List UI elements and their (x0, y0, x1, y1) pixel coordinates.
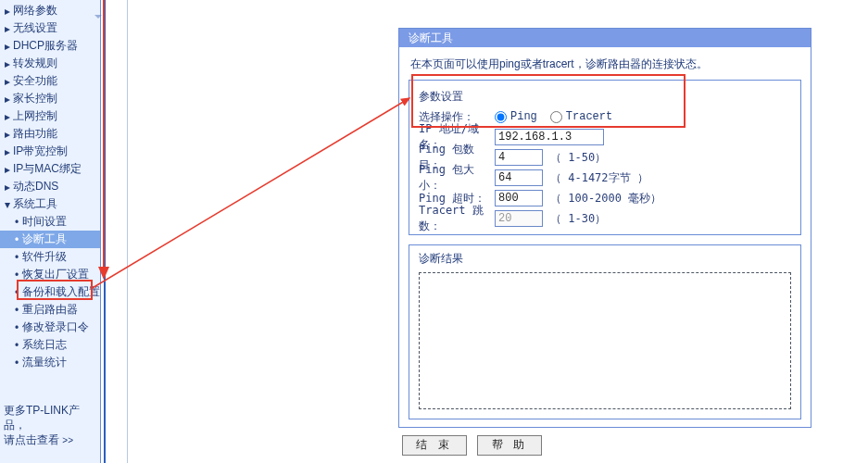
count-input[interactable] (495, 149, 543, 166)
sidebar-item-forward[interactable]: ▸转发规则 (0, 55, 100, 72)
radio-tracert[interactable]: Tracert (550, 110, 612, 123)
sidebar-item-parental[interactable]: ▸家长控制 (0, 90, 100, 107)
radio-tracert-input[interactable] (550, 111, 562, 123)
sidebar-item-syslog[interactable]: •系统日志 (0, 336, 100, 354)
timeout-hint: （ 100-2000 毫秒） (550, 191, 661, 206)
arrow-icon: >> (62, 435, 73, 445)
sidebar-item-systools[interactable]: ▾系统工具 (0, 195, 100, 213)
dropdown-caret-icon (94, 15, 102, 19)
start-button[interactable]: 结 束 (402, 435, 467, 456)
content: 诊断工具 在本页面可以使用ping或者tracert，诊断路由器的连接状态。 参… (398, 28, 811, 456)
caret-icon: ▸ (4, 181, 11, 194)
caret-icon: ▸ (4, 57, 11, 70)
hops-label: Tracert 跳数： (419, 203, 495, 234)
caret-icon: ▸ (4, 128, 11, 141)
size-input[interactable] (495, 169, 543, 186)
bullet-icon: • (13, 269, 20, 282)
radio-ping[interactable]: Ping (495, 110, 537, 123)
sidebar-footer: 更多TP-LINK产品， 请点击查看 >> (4, 403, 100, 448)
caret-icon: ▸ (4, 5, 11, 18)
ip-input[interactable] (495, 129, 604, 145)
bullet-icon: • (13, 357, 20, 369)
sidebar-item-password[interactable]: •修改登录口令 (0, 319, 100, 336)
bullet-icon: • (13, 286, 20, 299)
sidebar-item-factory[interactable]: •恢复出厂设置 (0, 266, 100, 283)
size-hint: （ 4-1472字节 ） (550, 170, 648, 186)
sidebar-item-backup[interactable]: •备份和载入配置 (0, 283, 100, 301)
sidebar-item-upgrade[interactable]: •软件升级 (0, 248, 100, 266)
sidebar-item-traffic[interactable]: •流量统计 (0, 354, 100, 371)
result-box: 诊断结果 (409, 244, 801, 419)
intro-text: 在本页面可以使用ping或者tracert，诊断路由器的连接状态。 (410, 56, 801, 72)
sidebar-item-security[interactable]: ▸安全功能 (0, 72, 100, 90)
result-title: 诊断结果 (419, 251, 791, 267)
sidebar-item-access[interactable]: ▸上网控制 (0, 107, 100, 125)
caret-icon: ▸ (4, 110, 11, 123)
help-button[interactable]: 帮 助 (477, 435, 542, 456)
caret-icon: ▸ (4, 75, 11, 88)
radio-ping-input[interactable] (495, 111, 507, 123)
size-label: Ping 包大小： (419, 162, 495, 194)
bullet-icon: • (13, 233, 20, 246)
timeout-input[interactable] (495, 190, 543, 206)
sidebar-item-network[interactable]: ▸网络参数 (0, 2, 100, 19)
caret-icon: ▸ (4, 93, 11, 106)
panel-body: 在本页面可以使用ping或者tracert，诊断路由器的连接状态。 参数设置 选… (399, 47, 811, 427)
count-hint: （ 1-50） (550, 150, 606, 166)
sidebar-item-qos[interactable]: ▸IP带宽控制 (0, 143, 100, 160)
parameter-form: 参数设置 选择操作： Ping Tracert (409, 80, 801, 235)
diagnostic-panel: 诊断工具 在本页面可以使用ping或者tracert，诊断路由器的连接状态。 参… (398, 28, 811, 428)
caret-icon: ▸ (4, 145, 11, 158)
group-label-row: 参数设置 (419, 86, 791, 106)
sidebar-item-ipmac[interactable]: ▸IP与MAC绑定 (0, 160, 100, 178)
hops-input (495, 210, 543, 227)
vertical-sep2 (127, 0, 128, 463)
panel-title: 诊断工具 (399, 29, 811, 47)
bullet-icon: • (13, 304, 20, 317)
sidebar-item-dhcp[interactable]: ▸DHCP服务器 (0, 37, 100, 55)
button-row: 结 束 帮 助 (398, 435, 811, 456)
sidebar-item-routing[interactable]: ▸路由功能 (0, 125, 100, 143)
bullet-icon: • (13, 216, 20, 229)
bullet-icon: • (13, 339, 20, 352)
hops-row: Tracert 跳数： （ 1-30） (419, 208, 791, 229)
sidebar: ▸网络参数 ▸无线设置 ▸DHCP服务器 ▸转发规则 ▸安全功能 ▸家长控制 ▸… (0, 0, 101, 463)
size-row: Ping 包大小： （ 4-1472字节 ） (419, 168, 791, 188)
sidebar-item-wireless[interactable]: ▸无线设置 (0, 19, 100, 37)
footer-line1: 更多TP-LINK产品， (4, 404, 80, 432)
sidebar-item-reboot[interactable]: •重启路由器 (0, 301, 100, 319)
caret-icon: ▸ (4, 40, 11, 53)
sidebar-item-ddns[interactable]: ▸动态DNS (0, 178, 100, 195)
params-label: 参数设置 (419, 89, 495, 105)
bullet-icon: • (13, 251, 20, 264)
caret-down-icon: ▾ (4, 198, 11, 211)
result-area (419, 272, 791, 409)
vertical-sep (104, 0, 106, 463)
bullet-icon: • (13, 321, 20, 334)
sidebar-item-time[interactable]: •时间设置 (0, 213, 100, 231)
footer-link[interactable]: 请点击查看 >> (4, 433, 73, 446)
hops-hint: （ 1-30） (550, 211, 606, 227)
svg-line-1 (91, 98, 409, 289)
sidebar-item-diagnostic[interactable]: •诊断工具 (0, 231, 100, 248)
root: ▸网络参数 ▸无线设置 ▸DHCP服务器 ▸转发规则 ▸安全功能 ▸家长控制 ▸… (0, 0, 868, 463)
caret-icon: ▸ (4, 163, 11, 176)
caret-icon: ▸ (4, 22, 11, 35)
